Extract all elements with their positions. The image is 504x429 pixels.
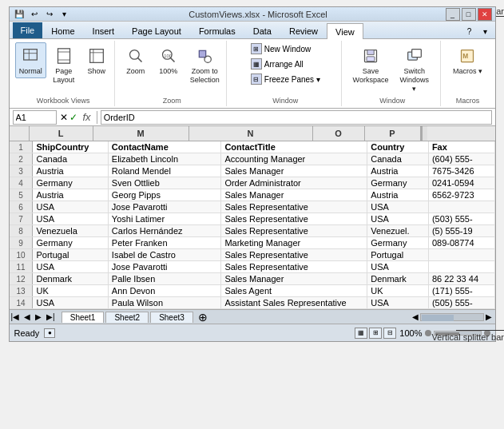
cell[interactable]: Sven Ottlieb <box>108 177 221 189</box>
tab-nav-prev[interactable]: ◀ <box>22 312 32 321</box>
cell[interactable]: (505) 555- <box>428 297 494 309</box>
cell[interactable]: Country <box>367 141 429 153</box>
cell[interactable]: (604) 555- <box>428 153 494 165</box>
cell[interactable]: 089-08774 <box>428 237 494 249</box>
cell[interactable]: Austria <box>367 165 429 177</box>
restore-btn[interactable]: □ <box>462 8 476 21</box>
ribbon-btn-show[interactable]: Show <box>81 42 112 78</box>
page-break-view-btn[interactable]: ⊟ <box>383 328 396 339</box>
hscroll-right[interactable]: ▶ <box>486 312 492 321</box>
cell[interactable]: Venezuel. <box>367 225 429 237</box>
cell[interactable]: Order Administrator <box>221 177 367 189</box>
cell[interactable]: Canada <box>367 153 429 165</box>
cell[interactable]: Germany <box>33 237 108 249</box>
cell[interactable]: UK <box>367 285 429 297</box>
cell[interactable]: 86 22 33 44 <box>428 273 494 285</box>
cell[interactable]: USA <box>33 297 108 309</box>
zoom-out-btn[interactable] <box>425 330 431 336</box>
cell[interactable]: USA <box>33 213 108 225</box>
cell[interactable]: Sales Manager <box>221 273 367 285</box>
cell[interactable]: Germany <box>367 177 429 189</box>
cell[interactable]: Elizabeth Lincoln <box>108 153 221 165</box>
ribbon-btn-page-layout[interactable]: PageLayout <box>49 42 79 87</box>
cell[interactable]: Austria <box>33 165 108 177</box>
tab-data[interactable]: Data <box>244 22 280 38</box>
cell[interactable]: Ann Devon <box>108 285 221 297</box>
cell[interactable]: Paula Wilson <box>108 297 221 309</box>
cell[interactable]: (503) 555- <box>428 213 494 225</box>
cell[interactable]: Portugal <box>33 249 108 261</box>
qa-customize-btn[interactable]: ▾ <box>58 9 71 20</box>
cell[interactable]: Germany <box>33 177 108 189</box>
cell[interactable]: Canada <box>33 153 108 165</box>
cell[interactable]: Yoshi Latimer <box>108 213 221 225</box>
cell[interactable] <box>428 261 494 273</box>
qa-redo-btn[interactable]: ↪ <box>43 9 56 20</box>
accept-formula-btn[interactable]: ✓ <box>69 112 77 123</box>
cell[interactable]: Sales Representative <box>221 249 367 261</box>
tab-file[interactable]: File <box>13 22 43 38</box>
qa-save-btn[interactable]: 💾 <box>13 9 26 20</box>
ribbon-btn-switch-windows[interactable]: SwitchWindows ▾ <box>394 42 435 95</box>
cell[interactable]: (5) 555-19 <box>428 225 494 237</box>
cell[interactable]: Jose Pavarotti <box>108 261 221 273</box>
tab-view[interactable]: View <box>327 23 363 39</box>
col-header-P[interactable]: P <box>365 126 421 141</box>
cell[interactable]: Sales Representative <box>221 201 367 213</box>
cell[interactable]: 7675-3426 <box>428 165 494 177</box>
cell[interactable] <box>428 201 494 213</box>
tab-nav-first[interactable]: |◀ <box>10 312 22 321</box>
ribbon-btn-macros[interactable]: M Macros ▾ <box>449 42 486 78</box>
cell[interactable]: Venezuela <box>33 225 108 237</box>
cancel-formula-btn[interactable]: ✕ <box>60 112 68 123</box>
ribbon-collapse-btn[interactable]: ▾ <box>479 26 492 37</box>
ribbon-btn-freeze-panes[interactable]: ⊟ Freeze Panes ▾ <box>248 73 323 85</box>
col-header-L[interactable]: L <box>30 126 93 141</box>
cell[interactable]: UK <box>33 285 108 297</box>
tab-insert[interactable]: Insert <box>84 22 124 38</box>
cell[interactable]: 6562-9723 <box>428 189 494 201</box>
hscroll-area[interactable]: ◀ ▶ <box>412 312 492 321</box>
cell[interactable]: USA <box>33 201 108 213</box>
hscroll-left[interactable]: ◀ <box>412 312 419 321</box>
hscrollbar[interactable] <box>420 313 484 321</box>
cell[interactable]: Peter Franken <box>108 237 221 249</box>
cell[interactable]: Jose Pavarotti <box>108 201 221 213</box>
cell[interactable]: (171) 555- <box>428 285 494 297</box>
qa-undo-btn[interactable]: ↩ <box>28 9 41 20</box>
cell[interactable]: ContactTitle <box>221 141 367 153</box>
cell[interactable]: Sales Representative <box>221 261 367 273</box>
cell[interactable]: Isabel de Castro <box>108 249 221 261</box>
cell[interactable]: USA <box>367 201 429 213</box>
sheet-tab-sheet1[interactable]: Sheet1 <box>62 312 105 323</box>
cell-reference-input[interactable] <box>13 110 57 125</box>
cell[interactable] <box>428 249 494 261</box>
cell[interactable]: Austria <box>33 189 108 201</box>
cell[interactable]: Fax <box>428 141 494 153</box>
ribbon-btn-save-workspace[interactable]: SaveWorkspace <box>350 42 391 87</box>
tab-nav-last[interactable]: ▶| <box>45 312 57 321</box>
vertical-splitter-handle[interactable] <box>421 126 427 141</box>
tab-nav-next[interactable]: ▶ <box>34 312 43 321</box>
cell[interactable]: Sales Representative <box>221 225 367 237</box>
insert-sheet-btn[interactable]: ⊕ <box>198 311 208 324</box>
ribbon-btn-100[interactable]: 100 100% <box>153 42 184 78</box>
cell[interactable]: USA <box>367 261 429 273</box>
normal-view-btn[interactable]: ▦ <box>355 328 367 339</box>
cell[interactable]: USA <box>33 261 108 273</box>
cell[interactable]: ShipCountry <box>33 141 108 153</box>
cell[interactable]: Marketing Manager <box>221 237 367 249</box>
cell[interactable]: Sales Agent <box>221 285 367 297</box>
cell[interactable]: Sales Manager <box>221 165 367 177</box>
cell[interactable]: USA <box>367 297 429 309</box>
ribbon-btn-zoom-selection[interactable]: Zoom toSelection <box>186 42 224 87</box>
cell[interactable]: 0241-0594 <box>428 177 494 189</box>
tab-home[interactable]: Home <box>42 22 83 38</box>
cell[interactable]: Portugal <box>367 249 429 261</box>
page-layout-view-btn[interactable]: ⊞ <box>369 328 382 339</box>
cell[interactable]: Accounting Manager <box>221 153 367 165</box>
formula-input[interactable] <box>101 110 492 125</box>
sheet-tab-sheet3[interactable]: Sheet3 <box>150 312 193 323</box>
cell[interactable]: Sales Manager <box>221 189 367 201</box>
close-btn[interactable]: ✕ <box>478 8 492 21</box>
